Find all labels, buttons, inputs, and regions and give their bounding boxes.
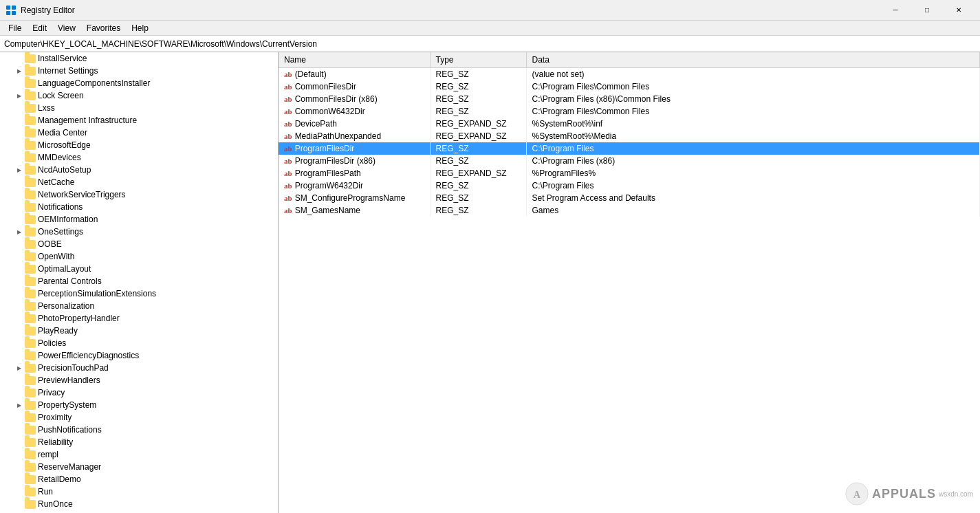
tree-item-onesettings[interactable]: OneSettings	[0, 226, 278, 238]
reg-row-default[interactable]: ab(Default)REG_SZ(value not set)	[279, 68, 980, 81]
tree-item-notifications[interactable]: Notifications	[0, 201, 278, 213]
watermark-text: APPUALS	[872, 487, 936, 501]
tree-label: Proximity	[38, 413, 72, 422]
expand-icon[interactable]	[14, 90, 25, 101]
reg-row-commonfilesdir-x86[interactable]: abCommonFilesDir (x86)REG_SZC:\Program F…	[279, 93, 980, 105]
folder-icon	[25, 463, 36, 472]
reg-row-sm-configureprogramsname[interactable]: abSM_ConfigureProgramsNameREG_SZSet Prog…	[279, 192, 980, 204]
tree-item-run[interactable]: Run	[0, 485, 278, 498]
reg-row-commonfilesdir[interactable]: abCommonFilesDirREG_SZC:\Program Files\C…	[279, 80, 980, 93]
folder-icon	[25, 91, 36, 100]
reg-name-text: SM_ConfigureProgramsName	[295, 193, 406, 203]
reg-cell-type: REG_SZ	[430, 80, 526, 93]
tree-item-propertysystem[interactable]: PropertySystem	[0, 399, 278, 411]
tree-label: OpenWith	[38, 252, 74, 261]
tree-item-lock-screen[interactable]: Lock Screen	[0, 89, 278, 102]
reg-row-programfilesdir-x86[interactable]: abProgramFilesDir (x86)REG_SZC:\Program …	[279, 155, 980, 167]
close-button[interactable]: ✕	[943, 0, 974, 21]
tree-item-playready[interactable]: PlayReady	[0, 325, 278, 337]
tree-item-netcache[interactable]: NetCache	[0, 176, 278, 188]
reg-value-icon: ab	[284, 95, 292, 103]
folder-icon	[25, 215, 36, 224]
folder-icon	[25, 141, 36, 150]
folder-icon	[25, 265, 36, 274]
tree-item-reliability[interactable]: Reliability	[0, 436, 278, 448]
menu-help[interactable]: Help	[126, 22, 154, 34]
reg-cell-name: ab(Default)	[279, 68, 430, 81]
reg-row-programw6432dir[interactable]: abProgramW6432DirREG_SZC:\Program Files	[279, 179, 980, 192]
tree-item-privacy[interactable]: Privacy	[0, 386, 278, 399]
svg-rect-0	[6, 6, 10, 10]
tree-item-previewhandlers[interactable]: PreviewHandlers	[0, 374, 278, 386]
tree-item-reservemanager[interactable]: ReserveManager	[0, 461, 278, 473]
tree-item-internet-settings[interactable]: Internet Settings	[0, 65, 278, 77]
tree-label: RunOnce	[38, 499, 73, 509]
reg-cell-data: C:\Program Files	[526, 142, 980, 155]
expand-icon[interactable]	[14, 362, 25, 373]
tree-panel[interactable]: InstallServiceInternet SettingsLanguageC…	[0, 52, 279, 513]
reg-name-text: ProgramFilesDir (x86)	[295, 156, 375, 166]
tree-label: ReserveManager	[38, 462, 101, 472]
reg-row-programfilesdir[interactable]: abProgramFilesDirREG_SZC:\Program Files	[279, 142, 980, 155]
reg-cell-name: abCommonW6432Dir	[279, 105, 430, 118]
right-panel: Name Type Data ab(Default)REG_SZ(value n…	[279, 52, 980, 513]
menu-view[interactable]: View	[52, 22, 81, 34]
tree-item-media-center[interactable]: Media Center	[0, 127, 278, 139]
tree-item-rempl[interactable]: rempl	[0, 448, 278, 461]
reg-row-devicepath[interactable]: abDevicePathREG_EXPAND_SZ%SystemRoot%\in…	[279, 118, 980, 130]
tree-label: OneSettings	[38, 227, 83, 237]
folder-icon	[25, 351, 36, 360]
tree-item-proximity[interactable]: Proximity	[0, 411, 278, 424]
reg-cell-type: REG_SZ	[430, 105, 526, 118]
tree-label: PhotoPropertyHandler	[38, 314, 120, 323]
tree-label: Management Infrastructure	[38, 116, 137, 125]
reg-row-mediapathunexpanded[interactable]: abMediaPathUnexpandedREG_EXPAND_SZ%Syste…	[279, 130, 980, 142]
tree-label: Run	[38, 487, 53, 496]
tree-item-microsoft-edge[interactable]: MicrosoftEdge	[0, 139, 278, 151]
maximize-button[interactable]: □	[911, 0, 943, 21]
reg-cell-type: REG_EXPAND_SZ	[430, 118, 526, 130]
expand-icon[interactable]	[14, 400, 25, 411]
reg-cell-type: REG_SZ	[430, 179, 526, 192]
folder-icon	[25, 153, 36, 162]
tree-item-language-components[interactable]: LanguageComponentsInstaller	[0, 77, 278, 89]
menu-favorites[interactable]: Favorites	[81, 22, 126, 34]
tree-item-oobe[interactable]: OOBE	[0, 238, 278, 250]
tree-item-parental-controls[interactable]: Parental Controls	[0, 275, 278, 287]
tree-item-precisiontouchpad[interactable]: PrecisionTouchPad	[0, 362, 278, 374]
tree-item-pushnotifications[interactable]: PushNotifications	[0, 424, 278, 436]
reg-cell-name: abMediaPathUnexpanded	[279, 130, 430, 142]
expand-icon[interactable]	[14, 164, 25, 175]
tree-item-oeminformation[interactable]: OEMInformation	[0, 213, 278, 226]
tree-item-installservice[interactable]: InstallService	[0, 52, 278, 65]
minimize-button[interactable]: ─	[880, 0, 911, 21]
tree-item-management-infra[interactable]: Management Infrastructure	[0, 114, 278, 127]
tree-item-retaildemo[interactable]: RetailDemo	[0, 473, 278, 485]
reg-cell-name: abCommonFilesDir	[279, 80, 430, 93]
expand-icon[interactable]	[14, 226, 25, 237]
reg-row-commonw6432dir[interactable]: abCommonW6432DirREG_SZC:\Program Files\C…	[279, 105, 980, 118]
tree-item-photoproperty[interactable]: PhotoPropertyHandler	[0, 312, 278, 325]
menu-edit[interactable]: Edit	[27, 22, 52, 34]
folder-icon	[25, 116, 36, 125]
svg-rect-3	[12, 11, 16, 15]
tree-item-networkservicetriggers[interactable]: NetworkServiceTriggers	[0, 188, 278, 201]
tree-item-openwith[interactable]: OpenWith	[0, 250, 278, 263]
tree-item-personalization[interactable]: Personalization	[0, 300, 278, 312]
reg-row-programfilespath[interactable]: abProgramFilesPathREG_EXPAND_SZ%ProgramF…	[279, 167, 980, 179]
svg-rect-2	[6, 11, 10, 15]
address-path: Computer\HKEY_LOCAL_MACHINE\SOFTWARE\Mic…	[4, 39, 317, 49]
expand-icon[interactable]	[14, 65, 25, 76]
tree-item-mmdevices[interactable]: MMDevices	[0, 151, 278, 164]
tree-item-lxss[interactable]: Lxss	[0, 102, 278, 114]
tree-item-policies[interactable]: Policies	[0, 337, 278, 349]
tree-item-runonce[interactable]: RunOnce	[0, 498, 278, 510]
menu-file[interactable]: File	[3, 22, 27, 34]
tree-item-ncdautosetup[interactable]: NcdAutoSetup	[0, 164, 278, 176]
title-bar-text: Registry Editor	[21, 6, 880, 15]
reg-row-sm-gamesname[interactable]: abSM_GamesNameREG_SZGames	[279, 204, 980, 217]
tree-item-powerefficiency[interactable]: PowerEfficiencyDiagnostics	[0, 349, 278, 362]
folder-icon	[25, 240, 36, 249]
tree-item-perceptionsimulation[interactable]: PerceptionSimulationExtensions	[0, 287, 278, 300]
tree-item-optimallayout[interactable]: OptimalLayout	[0, 263, 278, 275]
